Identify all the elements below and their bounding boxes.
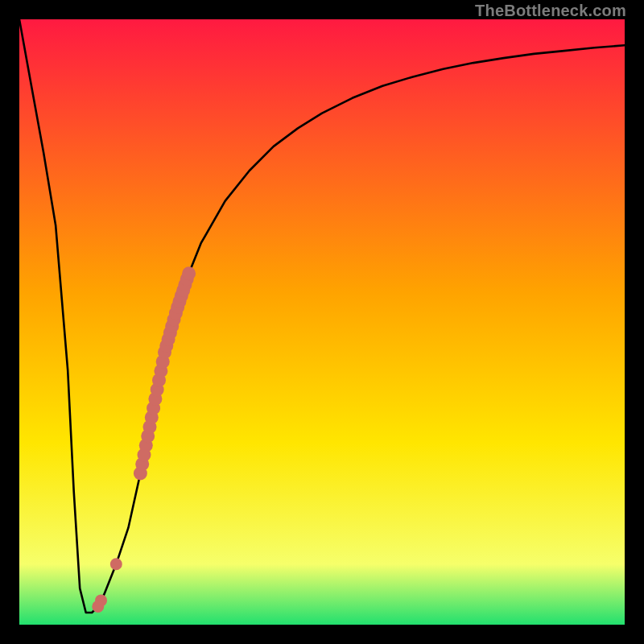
highlight-dot [182,266,196,280]
chart-svg [19,19,625,625]
watermark-label: TheBottleneck.com [475,2,626,20]
point-a [110,558,122,570]
chart-frame: TheBottleneck.com [0,0,644,644]
point-c [92,601,104,613]
plot-area [19,19,625,625]
gradient-background [19,19,625,625]
